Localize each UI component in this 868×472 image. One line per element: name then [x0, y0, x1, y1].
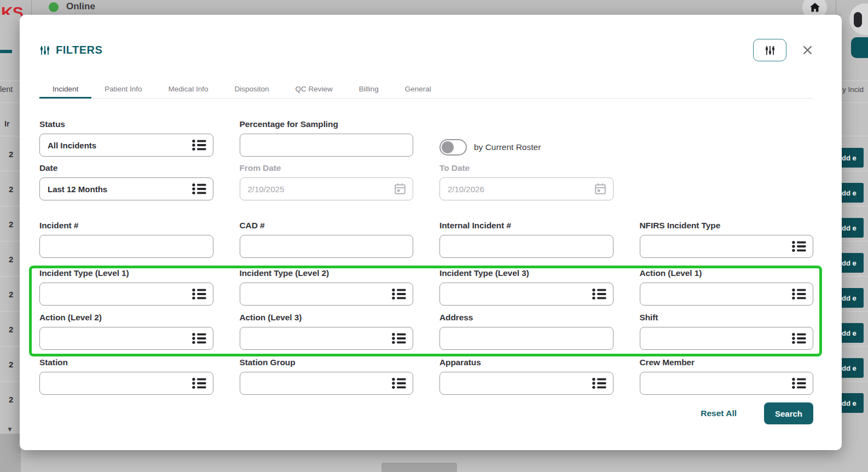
list-icon[interactable]	[192, 183, 206, 195]
background-column-header-fragment: Ir	[4, 119, 10, 128]
incident-type-level1-input[interactable]	[39, 283, 213, 306]
background-footer-bar	[0, 434, 21, 472]
form-row: Action (Level 2) Action (Level 3) Addres…	[39, 312, 813, 350]
field-incident-type-level3: Incident Type (Level 3)	[439, 268, 614, 306]
list-icon[interactable]	[792, 288, 806, 300]
empty-cell	[640, 163, 814, 200]
add-event-button-fragment[interactable]: dd e	[840, 183, 864, 203]
divider	[842, 136, 868, 136]
add-event-button-fragment[interactable]: dd e	[840, 323, 864, 343]
nfirs-incident-type-input[interactable]	[640, 235, 814, 258]
divider	[842, 276, 868, 277]
table-row[interactable]: 2	[0, 171, 21, 206]
shift-input[interactable]	[640, 327, 814, 350]
add-event-button-fragment[interactable]: dd e	[840, 358, 864, 378]
tab-billing[interactable]: Billing	[346, 79, 392, 98]
action-level1-input[interactable]	[640, 283, 814, 306]
field-label: Date	[39, 163, 213, 173]
toggle-knob	[442, 141, 454, 153]
tab-incident[interactable]: Incident	[39, 79, 91, 98]
field-station: Station	[39, 357, 213, 395]
background-header-fragment: lent	[0, 85, 13, 94]
field-label: Station Group	[240, 357, 414, 367]
primary-action-button-fragment[interactable]	[851, 37, 868, 58]
advanced-filters-button[interactable]	[753, 39, 786, 61]
field-percentage-sampling: Percentage for Sampling	[240, 119, 414, 157]
tab-dispositon[interactable]: Dispositon	[221, 79, 282, 98]
from-date-input[interactable]: 2/10/2025	[240, 177, 414, 200]
field-date: Date Last 12 Months	[39, 163, 213, 200]
action-level2-input[interactable]	[39, 327, 213, 350]
list-icon[interactable]	[792, 377, 806, 389]
empty-cell	[640, 119, 814, 157]
list-icon[interactable]	[592, 288, 606, 300]
percentage-sampling-input[interactable]	[240, 134, 414, 157]
calendar-icon[interactable]	[394, 183, 406, 195]
tab-patient-info[interactable]: Patient Info	[91, 79, 155, 98]
table-row[interactable]: 2	[0, 381, 21, 417]
date-input[interactable]: Last 12 Months	[39, 177, 213, 200]
station-group-input[interactable]	[240, 372, 414, 395]
topbar-divider	[31, 0, 32, 15]
incident-type-level3-input[interactable]	[439, 283, 614, 306]
table-row[interactable]: 2	[0, 136, 21, 171]
field-label: Incident Type (Level 1)	[39, 268, 213, 278]
tab-qc-review[interactable]: QC Review	[282, 79, 345, 98]
app-topbar: Online	[0, 0, 868, 15]
table-row[interactable]: 2	[0, 346, 21, 382]
modal-title-text: FILTERS	[56, 44, 102, 56]
list-icon[interactable]	[192, 332, 206, 344]
field-cad-number: CAD #	[240, 220, 414, 258]
field-label: Incident #	[39, 220, 213, 231]
list-icon[interactable]	[792, 332, 806, 344]
current-roster-toggle[interactable]	[439, 139, 467, 156]
field-nfirs-incident-type: NFIRS Incident Type	[640, 220, 814, 258]
field-label: Action (Level 2)	[39, 312, 213, 323]
add-event-button-fragment[interactable]: dd e	[840, 253, 864, 273]
incident-type-level2-input[interactable]	[240, 283, 414, 306]
modal-header: FILTERS	[39, 39, 813, 61]
list-icon[interactable]	[192, 377, 206, 389]
divider	[842, 381, 868, 382]
status-input[interactable]: All Incidents	[39, 134, 213, 157]
station-input[interactable]	[39, 372, 213, 395]
calendar-icon[interactable]	[594, 183, 606, 195]
divider	[842, 206, 868, 206]
field-label: Action (Level 1)	[640, 268, 814, 278]
chevron-down-icon[interactable]: ▼	[7, 425, 13, 433]
divider	[842, 241, 868, 241]
field-to-date: To Date 2/10/2026	[439, 163, 614, 200]
list-icon[interactable]	[792, 240, 806, 252]
crew-member-input[interactable]	[640, 372, 814, 395]
list-icon[interactable]	[392, 288, 406, 300]
list-icon[interactable]	[192, 139, 206, 151]
tab-medical-info[interactable]: Medical Info	[155, 79, 222, 98]
form-row: Date Last 12 Months From Date 2/10/2025 …	[39, 163, 813, 200]
internal-incident-number-input[interactable]	[439, 235, 614, 258]
reset-all-button[interactable]: Reset All	[701, 408, 737, 418]
field-label: Percentage for Sampling	[240, 119, 414, 129]
field-address: Address	[439, 312, 614, 350]
tab-general[interactable]: General	[392, 79, 444, 98]
to-date-input[interactable]: 2/10/2026	[439, 177, 614, 200]
add-event-button-fragment[interactable]: dd e	[840, 393, 864, 413]
cad-number-input[interactable]	[240, 235, 414, 258]
table-row[interactable]: 2	[0, 311, 21, 347]
address-input[interactable]	[439, 327, 614, 350]
search-button[interactable]: Search	[764, 402, 813, 424]
add-event-button-fragment[interactable]: dd e	[840, 148, 864, 168]
apparatus-input[interactable]	[439, 372, 614, 395]
list-icon[interactable]	[592, 377, 606, 389]
incident-number-input[interactable]	[39, 235, 213, 258]
add-event-button-fragment[interactable]: dd e	[840, 218, 864, 238]
close-button[interactable]	[802, 44, 813, 56]
list-icon[interactable]	[192, 288, 206, 300]
list-icon[interactable]	[392, 377, 406, 389]
table-row[interactable]: 2	[0, 276, 21, 312]
table-row[interactable]: 2	[0, 206, 21, 241]
table-row[interactable]: 2	[0, 241, 21, 277]
action-level3-input[interactable]	[240, 327, 414, 350]
field-from-date: From Date 2/10/2025	[240, 163, 414, 200]
add-event-button-fragment[interactable]: dd e	[840, 288, 864, 308]
list-icon[interactable]	[392, 332, 406, 344]
